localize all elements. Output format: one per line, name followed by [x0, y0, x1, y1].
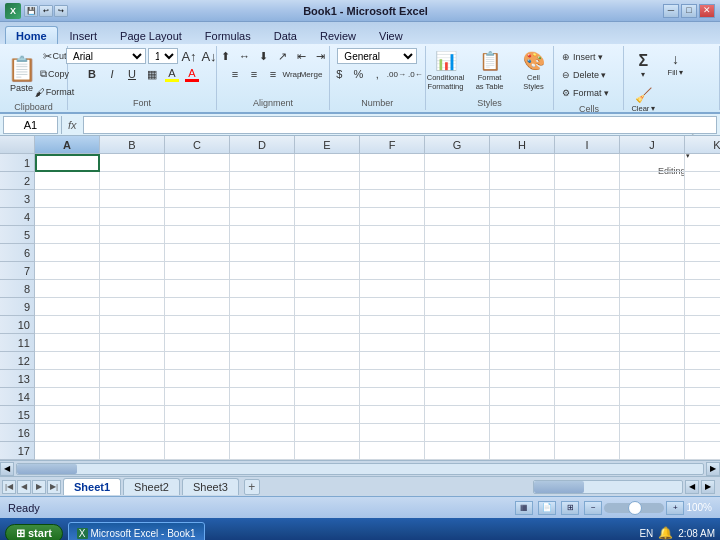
grid-cell[interactable] [230, 316, 295, 334]
last-sheet-button[interactable]: ▶| [47, 480, 61, 494]
grid-cell[interactable] [620, 208, 685, 226]
grid-cell[interactable] [425, 154, 490, 172]
grid-cell[interactable] [165, 424, 230, 442]
grid-cell[interactable] [35, 406, 100, 424]
grid-cell[interactable] [295, 262, 360, 280]
grid-cell[interactable] [165, 280, 230, 298]
font-name-select[interactable]: Arial Calibri Times New Roman [66, 48, 146, 64]
grid-cell[interactable] [295, 226, 360, 244]
grid-cell[interactable] [620, 262, 685, 280]
grid-cell[interactable] [425, 370, 490, 388]
grid-cell[interactable] [425, 244, 490, 262]
grid-cell[interactable] [425, 388, 490, 406]
grid-cell[interactable] [685, 424, 720, 442]
grid-cell[interactable] [555, 190, 620, 208]
grid-cell[interactable] [425, 316, 490, 334]
grid-cell[interactable] [295, 190, 360, 208]
row-header-14[interactable]: 14 [0, 388, 34, 406]
page-break-view-button[interactable]: ⊞ [561, 501, 579, 515]
grid-cell[interactable] [360, 172, 425, 190]
grid-cell[interactable] [165, 352, 230, 370]
grid-cell[interactable] [490, 262, 555, 280]
row-header-17[interactable]: 17 [0, 442, 34, 460]
col-header-k[interactable]: K [685, 136, 720, 153]
grid-cell[interactable] [230, 280, 295, 298]
grid-cell[interactable] [620, 172, 685, 190]
delete-button[interactable]: ⊖ Delete ▾ [558, 67, 610, 83]
tab-view[interactable]: View [368, 26, 414, 44]
insert-button[interactable]: ⊕ Insert ▾ [558, 49, 607, 65]
col-header-j[interactable]: J [620, 136, 685, 153]
row-header-4[interactable]: 4 [0, 208, 34, 226]
grid-cell[interactable] [685, 226, 720, 244]
grid-cell[interactable] [295, 406, 360, 424]
underline-button[interactable]: U [123, 66, 141, 82]
row-header-10[interactable]: 10 [0, 316, 34, 334]
percent-button[interactable]: $ [330, 66, 348, 82]
grid-cell[interactable] [490, 406, 555, 424]
merge-center-button[interactable]: Merge [302, 66, 320, 82]
grid-cell[interactable] [35, 172, 100, 190]
grid-cell[interactable] [35, 262, 100, 280]
grid-cell[interactable] [100, 406, 165, 424]
grid-cell[interactable] [425, 226, 490, 244]
increase-font-button[interactable]: A↑ [180, 48, 198, 64]
grid-cell[interactable] [100, 154, 165, 172]
zoom-out-button[interactable]: − [584, 501, 602, 515]
grid-cell[interactable] [230, 298, 295, 316]
row-header-15[interactable]: 15 [0, 406, 34, 424]
text-direction-button[interactable]: ↗ [274, 48, 292, 64]
grid-cell[interactable] [555, 298, 620, 316]
grid-cell[interactable] [490, 280, 555, 298]
grid-cell[interactable] [490, 298, 555, 316]
grid-cell[interactable] [100, 280, 165, 298]
grid-cell[interactable] [100, 316, 165, 334]
row-header-5[interactable]: 5 [0, 226, 34, 244]
close-button[interactable]: ✕ [699, 4, 715, 18]
zoom-in-button[interactable]: + [666, 501, 684, 515]
tab-data[interactable]: Data [263, 26, 308, 44]
grid-cell[interactable] [685, 244, 720, 262]
grid-cell[interactable] [165, 262, 230, 280]
row-header-12[interactable]: 12 [0, 352, 34, 370]
grid-cell[interactable] [685, 154, 720, 172]
grid-cell[interactable] [490, 352, 555, 370]
grid-cell[interactable] [35, 226, 100, 244]
grid-cell[interactable] [490, 424, 555, 442]
grid-cell[interactable] [555, 352, 620, 370]
grid-cell[interactable] [555, 442, 620, 460]
indent-increase-button[interactable]: ⇥ [312, 48, 330, 64]
scroll-left-button[interactable]: ◀ [0, 462, 14, 476]
col-header-h[interactable]: H [490, 136, 555, 153]
sheet-tab-3[interactable]: Sheet3 [182, 478, 239, 495]
grid-cell[interactable] [685, 442, 720, 460]
grid-cell[interactable] [35, 352, 100, 370]
page-layout-view-button[interactable]: 📄 [538, 501, 556, 515]
grid-cell[interactable] [295, 442, 360, 460]
scroll-thumb[interactable] [17, 464, 77, 474]
grid-cell[interactable] [230, 208, 295, 226]
grid-cell[interactable] [555, 334, 620, 352]
grid-cell[interactable] [555, 172, 620, 190]
align-right-button[interactable]: ≡ [264, 66, 282, 82]
add-sheet-button[interactable]: + [244, 479, 260, 495]
grid-cell[interactable] [35, 244, 100, 262]
grid-cell[interactable] [360, 442, 425, 460]
grid-cell[interactable] [165, 334, 230, 352]
grid-cell[interactable] [295, 388, 360, 406]
grid-cell[interactable] [490, 172, 555, 190]
format-painter-button[interactable]: 🖌 Format [44, 84, 66, 100]
tab-page-layout[interactable]: Page Layout [109, 26, 193, 44]
grid-cell[interactable] [100, 424, 165, 442]
tab-scroll-thumb[interactable] [534, 481, 584, 493]
grid-cell[interactable] [685, 406, 720, 424]
sheet-tab-1[interactable]: Sheet1 [63, 478, 121, 495]
row-header-13[interactable]: 13 [0, 370, 34, 388]
col-header-d[interactable]: D [230, 136, 295, 153]
grid-cell[interactable] [555, 262, 620, 280]
align-middle-button[interactable]: ↔ [236, 48, 254, 64]
grid-cell[interactable] [620, 406, 685, 424]
grid-cell[interactable] [360, 370, 425, 388]
grid-cell[interactable] [230, 334, 295, 352]
zoom-slider[interactable] [604, 503, 664, 513]
